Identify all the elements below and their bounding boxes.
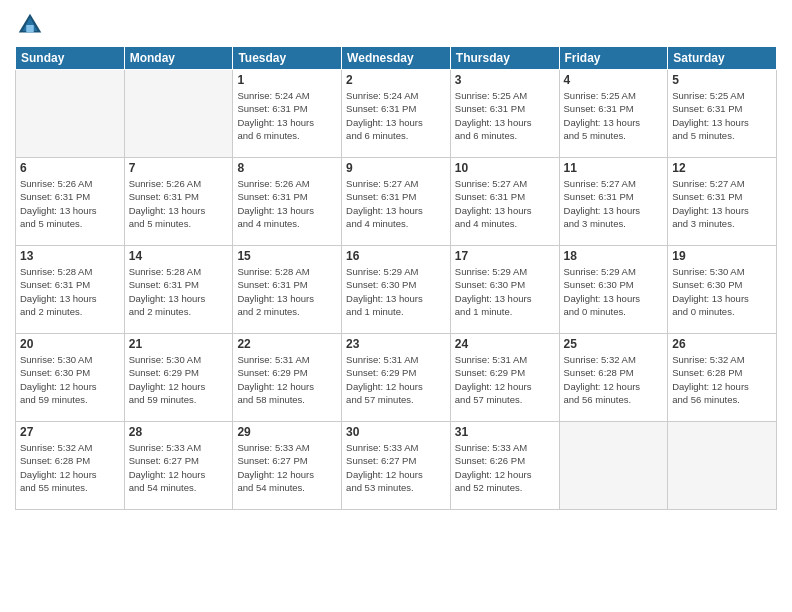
calendar-cell [124,70,233,158]
day-info: Sunrise: 5:27 AM Sunset: 6:31 PM Dayligh… [564,177,664,230]
day-number: 22 [237,337,337,351]
day-number: 29 [237,425,337,439]
calendar-week-row: 1Sunrise: 5:24 AM Sunset: 6:31 PM Daylig… [16,70,777,158]
day-number: 12 [672,161,772,175]
day-info: Sunrise: 5:31 AM Sunset: 6:29 PM Dayligh… [237,353,337,406]
weekday-header: Thursday [450,47,559,70]
calendar-cell: 1Sunrise: 5:24 AM Sunset: 6:31 PM Daylig… [233,70,342,158]
day-info: Sunrise: 5:31 AM Sunset: 6:29 PM Dayligh… [346,353,446,406]
day-info: Sunrise: 5:27 AM Sunset: 6:31 PM Dayligh… [346,177,446,230]
day-number: 15 [237,249,337,263]
calendar-week-row: 6Sunrise: 5:26 AM Sunset: 6:31 PM Daylig… [16,158,777,246]
calendar-cell: 13Sunrise: 5:28 AM Sunset: 6:31 PM Dayli… [16,246,125,334]
day-number: 23 [346,337,446,351]
day-info: Sunrise: 5:24 AM Sunset: 6:31 PM Dayligh… [237,89,337,142]
day-number: 13 [20,249,120,263]
calendar-cell: 21Sunrise: 5:30 AM Sunset: 6:29 PM Dayli… [124,334,233,422]
calendar: SundayMondayTuesdayWednesdayThursdayFrid… [15,46,777,510]
day-info: Sunrise: 5:30 AM Sunset: 6:30 PM Dayligh… [672,265,772,318]
day-info: Sunrise: 5:29 AM Sunset: 6:30 PM Dayligh… [455,265,555,318]
calendar-cell: 20Sunrise: 5:30 AM Sunset: 6:30 PM Dayli… [16,334,125,422]
day-number: 3 [455,73,555,87]
weekday-header: Saturday [668,47,777,70]
day-info: Sunrise: 5:28 AM Sunset: 6:31 PM Dayligh… [129,265,229,318]
day-info: Sunrise: 5:25 AM Sunset: 6:31 PM Dayligh… [672,89,772,142]
calendar-cell: 23Sunrise: 5:31 AM Sunset: 6:29 PM Dayli… [342,334,451,422]
day-info: Sunrise: 5:32 AM Sunset: 6:28 PM Dayligh… [20,441,120,494]
calendar-cell [559,422,668,510]
calendar-cell: 6Sunrise: 5:26 AM Sunset: 6:31 PM Daylig… [16,158,125,246]
page-container: SundayMondayTuesdayWednesdayThursdayFrid… [0,0,792,612]
weekday-header: Wednesday [342,47,451,70]
day-number: 21 [129,337,229,351]
day-number: 14 [129,249,229,263]
day-number: 24 [455,337,555,351]
calendar-cell: 19Sunrise: 5:30 AM Sunset: 6:30 PM Dayli… [668,246,777,334]
calendar-cell: 25Sunrise: 5:32 AM Sunset: 6:28 PM Dayli… [559,334,668,422]
day-info: Sunrise: 5:25 AM Sunset: 6:31 PM Dayligh… [455,89,555,142]
header [15,10,777,40]
day-number: 20 [20,337,120,351]
day-number: 7 [129,161,229,175]
day-info: Sunrise: 5:27 AM Sunset: 6:31 PM Dayligh… [672,177,772,230]
day-info: Sunrise: 5:32 AM Sunset: 6:28 PM Dayligh… [672,353,772,406]
calendar-cell: 5Sunrise: 5:25 AM Sunset: 6:31 PM Daylig… [668,70,777,158]
day-number: 2 [346,73,446,87]
day-info: Sunrise: 5:28 AM Sunset: 6:31 PM Dayligh… [20,265,120,318]
calendar-week-row: 20Sunrise: 5:30 AM Sunset: 6:30 PM Dayli… [16,334,777,422]
day-info: Sunrise: 5:30 AM Sunset: 6:29 PM Dayligh… [129,353,229,406]
day-number: 6 [20,161,120,175]
calendar-cell: 11Sunrise: 5:27 AM Sunset: 6:31 PM Dayli… [559,158,668,246]
day-number: 26 [672,337,772,351]
calendar-cell: 26Sunrise: 5:32 AM Sunset: 6:28 PM Dayli… [668,334,777,422]
day-number: 30 [346,425,446,439]
calendar-cell: 7Sunrise: 5:26 AM Sunset: 6:31 PM Daylig… [124,158,233,246]
day-info: Sunrise: 5:33 AM Sunset: 6:26 PM Dayligh… [455,441,555,494]
day-number: 16 [346,249,446,263]
day-number: 10 [455,161,555,175]
calendar-cell: 24Sunrise: 5:31 AM Sunset: 6:29 PM Dayli… [450,334,559,422]
day-info: Sunrise: 5:26 AM Sunset: 6:31 PM Dayligh… [129,177,229,230]
calendar-cell: 17Sunrise: 5:29 AM Sunset: 6:30 PM Dayli… [450,246,559,334]
day-number: 25 [564,337,664,351]
day-number: 17 [455,249,555,263]
calendar-cell: 31Sunrise: 5:33 AM Sunset: 6:26 PM Dayli… [450,422,559,510]
calendar-cell: 15Sunrise: 5:28 AM Sunset: 6:31 PM Dayli… [233,246,342,334]
calendar-cell [668,422,777,510]
calendar-cell: 9Sunrise: 5:27 AM Sunset: 6:31 PM Daylig… [342,158,451,246]
day-number: 5 [672,73,772,87]
day-info: Sunrise: 5:33 AM Sunset: 6:27 PM Dayligh… [237,441,337,494]
calendar-week-row: 13Sunrise: 5:28 AM Sunset: 6:31 PM Dayli… [16,246,777,334]
svg-rect-2 [26,25,34,33]
day-number: 9 [346,161,446,175]
weekday-header: Tuesday [233,47,342,70]
calendar-cell: 18Sunrise: 5:29 AM Sunset: 6:30 PM Dayli… [559,246,668,334]
weekday-header: Sunday [16,47,125,70]
day-info: Sunrise: 5:33 AM Sunset: 6:27 PM Dayligh… [129,441,229,494]
day-info: Sunrise: 5:31 AM Sunset: 6:29 PM Dayligh… [455,353,555,406]
calendar-cell: 2Sunrise: 5:24 AM Sunset: 6:31 PM Daylig… [342,70,451,158]
day-number: 18 [564,249,664,263]
day-number: 19 [672,249,772,263]
day-number: 8 [237,161,337,175]
day-info: Sunrise: 5:33 AM Sunset: 6:27 PM Dayligh… [346,441,446,494]
day-info: Sunrise: 5:28 AM Sunset: 6:31 PM Dayligh… [237,265,337,318]
day-info: Sunrise: 5:30 AM Sunset: 6:30 PM Dayligh… [20,353,120,406]
calendar-cell: 4Sunrise: 5:25 AM Sunset: 6:31 PM Daylig… [559,70,668,158]
weekday-header: Monday [124,47,233,70]
day-number: 27 [20,425,120,439]
day-info: Sunrise: 5:32 AM Sunset: 6:28 PM Dayligh… [564,353,664,406]
day-number: 11 [564,161,664,175]
calendar-cell: 29Sunrise: 5:33 AM Sunset: 6:27 PM Dayli… [233,422,342,510]
day-info: Sunrise: 5:25 AM Sunset: 6:31 PM Dayligh… [564,89,664,142]
logo-icon [15,10,45,40]
calendar-cell: 16Sunrise: 5:29 AM Sunset: 6:30 PM Dayli… [342,246,451,334]
day-info: Sunrise: 5:29 AM Sunset: 6:30 PM Dayligh… [564,265,664,318]
day-number: 1 [237,73,337,87]
day-info: Sunrise: 5:27 AM Sunset: 6:31 PM Dayligh… [455,177,555,230]
weekday-header: Friday [559,47,668,70]
calendar-cell: 14Sunrise: 5:28 AM Sunset: 6:31 PM Dayli… [124,246,233,334]
calendar-cell: 30Sunrise: 5:33 AM Sunset: 6:27 PM Dayli… [342,422,451,510]
calendar-cell: 22Sunrise: 5:31 AM Sunset: 6:29 PM Dayli… [233,334,342,422]
weekday-header-row: SundayMondayTuesdayWednesdayThursdayFrid… [16,47,777,70]
